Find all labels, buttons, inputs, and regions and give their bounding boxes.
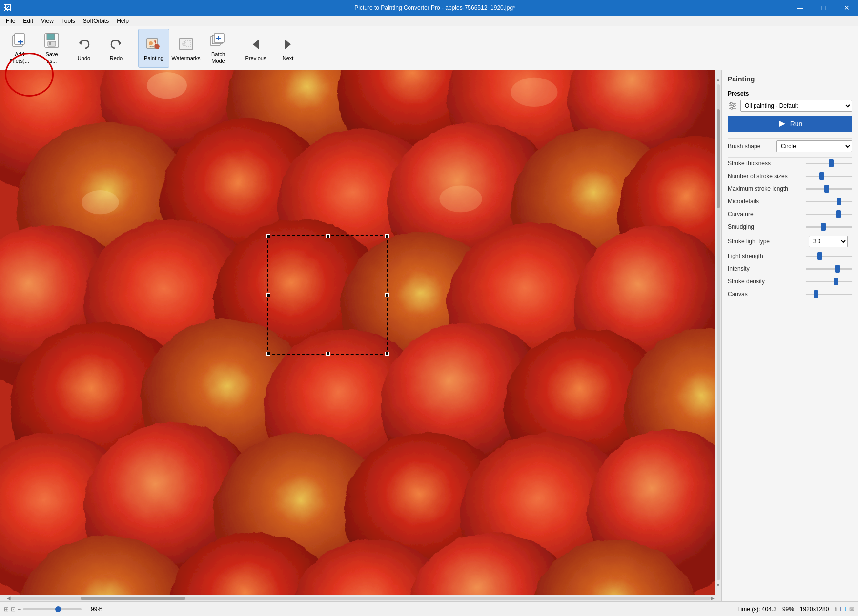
- brush-shape-dropdown[interactable]: Circle Square Diamond Random: [776, 140, 852, 152]
- curvature-control: [806, 210, 852, 218]
- close-button[interactable]: ✕: [836, 0, 858, 16]
- social-icons: ℹ f t ✉: [835, 606, 854, 613]
- microdetails-slider[interactable]: [806, 198, 852, 205]
- svg-marker-21: [285, 40, 291, 49]
- add-files-button[interactable]: AddFile(s)...: [4, 29, 35, 68]
- canvas-and-vscroll: ▲ ▼: [0, 70, 721, 595]
- watermarks-button[interactable]: © Watermarks: [170, 29, 202, 68]
- intensity-row: Intensity: [728, 265, 852, 273]
- preset-settings-icon[interactable]: [728, 101, 737, 111]
- minimize-button[interactable]: —: [789, 0, 811, 16]
- canvas-slider[interactable]: [806, 290, 852, 298]
- canvas-thumb[interactable]: [814, 290, 818, 298]
- presets-dropdown[interactable]: Oil painting - Default: [740, 100, 852, 112]
- svg-point-63: [439, 185, 482, 212]
- zoom-thumb[interactable]: [55, 606, 61, 612]
- next-label: Next: [283, 55, 294, 61]
- maximize-button[interactable]: □: [812, 0, 835, 16]
- stroke-density-slider[interactable]: [806, 278, 852, 285]
- presets-section: Presets Oil painting - Default: [722, 86, 858, 307]
- batch-mode-button[interactable]: BatchMode: [203, 29, 234, 68]
- stroke-light-type-row: Stroke light type 3D 2D None: [728, 236, 852, 247]
- horizontal-scrollbar[interactable]: ◀ ▶: [0, 595, 721, 601]
- canvas-area[interactable]: [0, 70, 715, 595]
- stroke-light-type-label: Stroke light type: [728, 238, 806, 245]
- svg-point-60: [147, 72, 187, 99]
- smudging-slider[interactable]: [806, 223, 852, 231]
- stroke-thickness-label: Stroke thickness: [728, 160, 806, 167]
- smudging-row: Smudging: [728, 223, 852, 231]
- menu-tools[interactable]: Tools: [58, 17, 79, 25]
- stroke-thickness-thumb[interactable]: [829, 159, 834, 167]
- next-button[interactable]: Next: [272, 29, 304, 68]
- canvas-control: [806, 290, 852, 298]
- smudging-control: [806, 223, 852, 231]
- svg-point-67: [733, 105, 735, 107]
- microdetails-control: [806, 198, 852, 205]
- light-strength-slider[interactable]: [806, 252, 852, 260]
- curvature-slider[interactable]: [806, 210, 852, 218]
- save-as-button[interactable]: Saveas...: [36, 29, 67, 68]
- main-area: ▲ ▼ ◀ ▶ Painting Presets: [0, 70, 858, 601]
- title-bar: 🖼 Picture to Painting Converter Pro - ap…: [0, 0, 858, 16]
- previous-label: Previous: [245, 55, 266, 61]
- vertical-scrollbar[interactable]: ▲ ▼: [715, 70, 721, 595]
- previous-button[interactable]: Previous: [240, 29, 271, 68]
- zoom-minus[interactable]: −: [18, 606, 21, 613]
- stroke-light-type-dropdown[interactable]: 3D 2D None: [809, 236, 848, 247]
- status-right: Time (s): 404.3 99% 1920x1280 ℹ f t ✉: [737, 606, 854, 613]
- zoom-plus[interactable]: +: [83, 606, 87, 613]
- email-icon[interactable]: ✉: [849, 606, 854, 613]
- redo-button[interactable]: Redo: [101, 29, 132, 68]
- vscroll-thumb[interactable]: [717, 109, 720, 208]
- menu-edit[interactable]: Edit: [19, 17, 37, 25]
- menu-help[interactable]: Help: [113, 17, 133, 25]
- facebook-icon[interactable]: f: [840, 606, 841, 613]
- scroll-down-arrow[interactable]: ▼: [716, 582, 721, 588]
- menu-file[interactable]: File: [2, 17, 19, 25]
- microdetails-thumb[interactable]: [837, 198, 841, 205]
- menu-view[interactable]: View: [37, 17, 58, 25]
- max-stroke-length-label: Maximum stroke length: [728, 185, 806, 192]
- svg-point-61: [511, 78, 558, 107]
- scroll-right-arrow[interactable]: ▶: [711, 596, 715, 601]
- intensity-thumb[interactable]: [835, 265, 840, 273]
- stroke-sizes-thumb[interactable]: [819, 172, 824, 180]
- max-stroke-length-slider[interactable]: [806, 185, 852, 193]
- smudging-thumb[interactable]: [821, 223, 826, 231]
- watermarks-icon: ©: [177, 36, 195, 53]
- stroke-sizes-slider[interactable]: [806, 172, 852, 180]
- zoom-slider[interactable]: [23, 608, 82, 610]
- run-button[interactable]: Run: [728, 116, 852, 132]
- intensity-slider[interactable]: [806, 265, 852, 273]
- status-icon-1: ⊞: [4, 606, 9, 613]
- stroke-sizes-row: Number of stroke sizes: [728, 172, 852, 180]
- painting-button[interactable]: Painting: [138, 29, 169, 68]
- status-left: ⊞ ⊡ − + 99%: [4, 606, 734, 613]
- light-strength-thumb[interactable]: [817, 252, 822, 260]
- menu-bar: File Edit View Tools SoftOrbits Help: [0, 16, 858, 26]
- previous-icon: [247, 36, 265, 53]
- redo-icon: [107, 36, 125, 53]
- stroke-density-thumb[interactable]: [834, 278, 838, 285]
- svg-rect-5: [47, 34, 55, 40]
- svg-point-62: [82, 190, 119, 214]
- info-icon[interactable]: ℹ: [835, 606, 837, 613]
- curvature-thumb[interactable]: [836, 210, 841, 218]
- stroke-sizes-label: Number of stroke sizes: [728, 173, 806, 179]
- stroke-thickness-slider[interactable]: [806, 159, 852, 167]
- menu-softorbits[interactable]: SoftOrbits: [79, 17, 113, 25]
- redo-label: Redo: [110, 55, 123, 61]
- scroll-left-arrow[interactable]: ◀: [7, 596, 11, 601]
- hscroll-thumb[interactable]: [81, 597, 185, 600]
- vscroll-track[interactable]: [717, 84, 720, 580]
- undo-button[interactable]: Undo: [68, 29, 100, 68]
- hscroll-track[interactable]: [11, 597, 711, 600]
- twitter-icon[interactable]: t: [845, 606, 846, 613]
- scroll-up-arrow[interactable]: ▲: [716, 77, 721, 82]
- light-strength-control: [806, 252, 852, 260]
- toolbar: AddFile(s)... Saveas... Undo: [0, 26, 858, 70]
- run-label: Run: [790, 120, 803, 128]
- canvas-label: Canvas: [728, 291, 806, 298]
- max-stroke-length-thumb[interactable]: [824, 185, 829, 193]
